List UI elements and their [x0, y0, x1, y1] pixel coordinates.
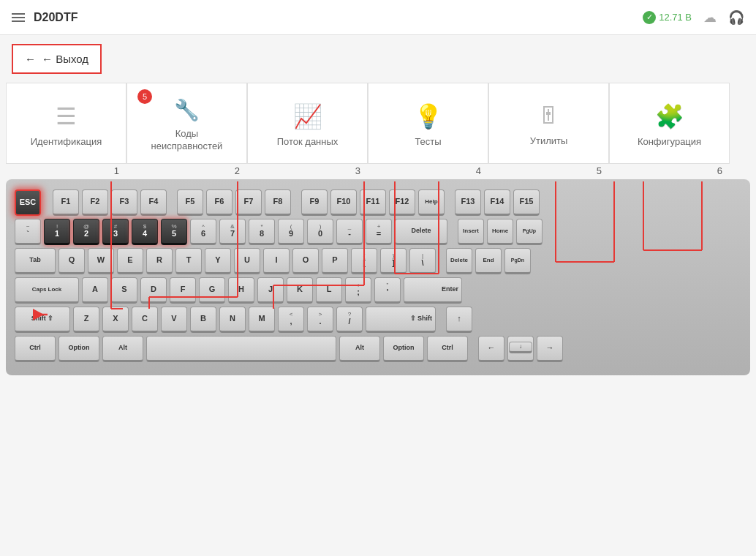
key-f2[interactable]: F2 — [82, 189, 108, 216]
key-f[interactable]: F — [170, 277, 196, 304]
key-option-right[interactable]: Option — [383, 336, 424, 362]
key-f7[interactable]: F7 — [235, 189, 262, 216]
key-tilde[interactable]: ~` — [15, 219, 41, 245]
key-delete[interactable]: Delete — [446, 248, 472, 274]
key-y[interactable]: Y — [205, 248, 231, 274]
key-0[interactable]: )0 — [307, 219, 333, 245]
cloud-icon: ☁ — [703, 10, 717, 26]
key-v[interactable]: V — [161, 307, 187, 333]
key-enter[interactable]: Enter — [404, 277, 462, 304]
key-arrow-right[interactable]: → — [537, 336, 563, 362]
key-equals[interactable]: += — [366, 219, 392, 245]
key-r[interactable]: R — [146, 248, 173, 274]
key-comma[interactable]: <, — [278, 307, 304, 333]
key-a[interactable]: A — [82, 277, 108, 304]
key-tab[interactable]: Tab — [15, 248, 56, 274]
key-m[interactable]: M — [249, 307, 275, 333]
key-f4[interactable]: F4 — [140, 189, 167, 216]
key-arrow-dn[interactable]: ↓ — [509, 342, 532, 353]
menu-card-data-stream[interactable]: 📈 Поток данных — [247, 83, 368, 164]
key-t[interactable]: T — [175, 248, 202, 274]
key-h[interactable]: H — [228, 277, 254, 304]
key-help[interactable]: Help — [418, 189, 445, 216]
key-z[interactable]: Z — [73, 307, 99, 333]
menu-icon[interactable] — [12, 13, 25, 22]
key-esc-label: ESC — [20, 198, 37, 206]
key-f13[interactable]: F13 — [455, 189, 481, 216]
key-alt-left[interactable]: Alt — [102, 336, 143, 362]
key-f15[interactable]: F15 — [513, 189, 540, 216]
key-f12[interactable]: F12 — [389, 189, 415, 216]
key-c[interactable]: C — [132, 307, 158, 333]
menu-card-identification[interactable]: ☰ Идентификация — [6, 83, 126, 164]
key-f11[interactable]: F11 — [360, 189, 386, 216]
back-button[interactable]: ← ← Выход — [12, 44, 102, 74]
key-x[interactable]: X — [102, 307, 129, 333]
key-p[interactable]: P — [322, 248, 348, 274]
menu-card-configuration[interactable]: 🧩 Конфигурация — [609, 83, 730, 164]
key-backslash[interactable]: |\ — [409, 248, 436, 274]
key-delete-num[interactable]: Delete — [395, 219, 447, 245]
key-b[interactable]: B — [190, 307, 216, 333]
key-semicolon[interactable]: :; — [345, 277, 371, 304]
key-lbracket[interactable]: {[ — [351, 248, 377, 274]
key-quote[interactable]: "' — [374, 277, 401, 304]
key-4[interactable]: $4 — [132, 219, 158, 245]
key-home[interactable]: Home — [487, 219, 513, 245]
key-period[interactable]: >. — [307, 307, 333, 333]
key-9[interactable]: (9 — [278, 219, 304, 245]
key-1[interactable]: !1 — [44, 219, 70, 245]
key-k[interactable]: K — [287, 277, 313, 304]
key-pgdn[interactable]: PgDn — [504, 248, 531, 274]
key-ctrl-left[interactable]: Ctrl — [15, 336, 56, 362]
key-s[interactable]: S — [111, 277, 137, 304]
key-shift-left[interactable]: Shift ⇧ — [15, 307, 70, 333]
key-f5[interactable]: F5 — [177, 189, 203, 216]
key-q[interactable]: Q — [58, 248, 85, 274]
key-space[interactable] — [146, 336, 336, 362]
key-alt-right[interactable]: Alt — [339, 336, 380, 362]
key-ctrl-right[interactable]: Ctrl — [427, 336, 468, 362]
key-g[interactable]: G — [199, 277, 225, 304]
key-end[interactable]: End — [475, 248, 502, 274]
key-8[interactable]: *8 — [249, 219, 275, 245]
menu-card-tests[interactable]: 💡 Тесты — [368, 83, 488, 164]
key-rbracket[interactable]: }] — [380, 248, 407, 274]
key-f6[interactable]: F6 — [206, 189, 233, 216]
key-f14[interactable]: F14 — [484, 189, 510, 216]
key-d[interactable]: D — [140, 277, 167, 304]
key-5[interactable]: %5 — [161, 219, 187, 245]
key-pgup[interactable]: PgUp — [516, 219, 543, 245]
key-option-left[interactable]: Option — [58, 336, 99, 362]
key-capslock[interactable]: Caps Lock — [15, 277, 79, 304]
key-3[interactable]: #3 — [102, 219, 129, 245]
menu-card-utilities[interactable]: 🎚 Утилиты — [488, 83, 609, 164]
key-o[interactable]: O — [292, 248, 319, 274]
key-n[interactable]: N — [219, 307, 246, 333]
key-l[interactable]: L — [316, 277, 342, 304]
key-2[interactable]: @2 — [73, 219, 99, 245]
key-arrow-left[interactable]: ← — [478, 336, 504, 362]
configuration-label: Конфигурация — [638, 136, 701, 149]
key-j[interactable]: J — [257, 277, 284, 304]
key-arrow-up[interactable]: ↑ — [446, 307, 472, 333]
key-f10[interactable]: F10 — [330, 189, 357, 216]
key-i[interactable]: I — [263, 248, 290, 274]
key-w[interactable]: W — [88, 248, 114, 274]
num-3: 3 — [247, 165, 368, 176]
key-minus[interactable]: _- — [336, 219, 363, 245]
key-f3[interactable]: F3 — [111, 189, 137, 216]
key-f1[interactable]: F1 — [53, 189, 79, 216]
key-u[interactable]: U — [234, 248, 260, 274]
key-shift-right[interactable]: ⇧ Shift — [366, 307, 436, 333]
key-6[interactable]: ^6 — [190, 219, 216, 245]
key-insert[interactable]: Insert — [458, 219, 484, 245]
key-esc[interactable]: ESC — [15, 189, 41, 216]
kb-row-asdf: Caps Lock A S D F G H J K L :; "' Enter — [15, 277, 741, 304]
key-f9[interactable]: F9 — [301, 189, 328, 216]
key-7[interactable]: &7 — [219, 219, 246, 245]
menu-card-fault-codes[interactable]: 5 🔧 Кодынеисправностей — [126, 83, 247, 164]
key-f8[interactable]: F8 — [265, 189, 291, 216]
key-slash[interactable]: ?/ — [336, 307, 363, 333]
key-e[interactable]: E — [117, 248, 143, 274]
